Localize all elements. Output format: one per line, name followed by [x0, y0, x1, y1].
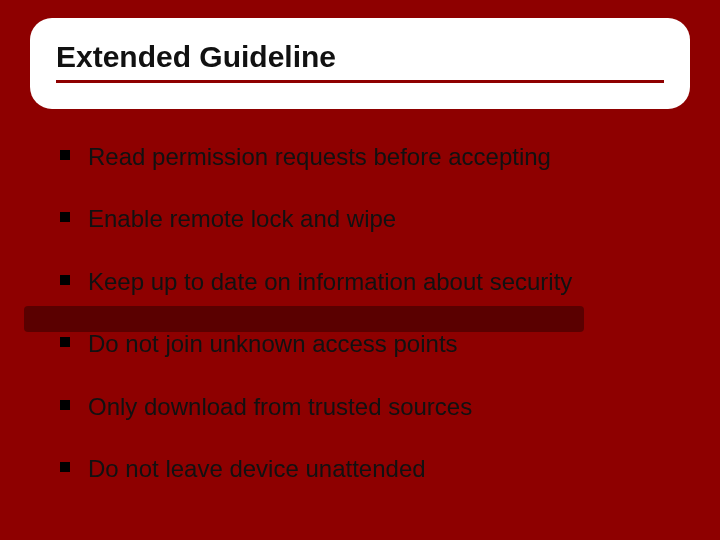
bullet-text: Do not join unknown access points: [88, 328, 458, 360]
bullet-text: Do not leave device unattended: [88, 453, 426, 485]
square-bullet-icon: [60, 212, 70, 222]
bullet-text: Only download from trusted sources: [88, 391, 472, 423]
square-bullet-icon: [60, 400, 70, 410]
list-item: Keep up to date on information about sec…: [60, 266, 660, 298]
bullet-text: Read permission requests before acceptin…: [88, 141, 551, 173]
list-item: Read permission requests before acceptin…: [60, 141, 660, 173]
page-title: Extended Guideline: [56, 40, 664, 74]
square-bullet-icon: [60, 462, 70, 472]
square-bullet-icon: [60, 275, 70, 285]
slide: Extended Guideline Read permission reque…: [0, 18, 720, 540]
list-item: Do not leave device unattended: [60, 453, 660, 485]
list-item: Enable remote lock and wipe: [60, 203, 660, 235]
list-item: Do not join unknown access points: [60, 328, 660, 360]
square-bullet-icon: [60, 337, 70, 347]
title-underline: [56, 80, 664, 83]
bullet-text: Enable remote lock and wipe: [88, 203, 396, 235]
bullet-text: Keep up to date on information about sec…: [88, 266, 572, 298]
square-bullet-icon: [60, 150, 70, 160]
overlay-bar: [24, 306, 584, 332]
list-item: Only download from trusted sources: [60, 391, 660, 423]
title-card: Extended Guideline: [30, 18, 690, 109]
